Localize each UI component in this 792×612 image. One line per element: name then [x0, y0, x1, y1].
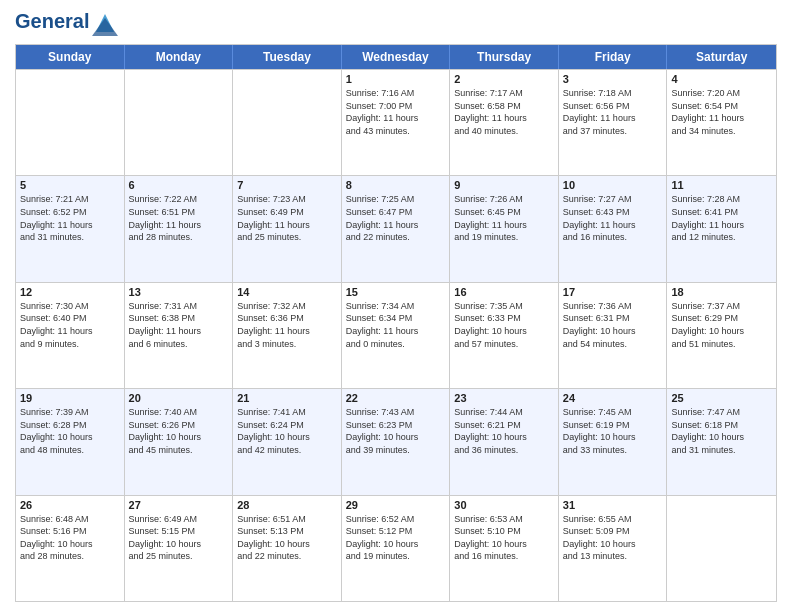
day-cell-17: 17Sunrise: 7:36 AM Sunset: 6:31 PM Dayli… — [559, 283, 668, 388]
day-cell-8: 8Sunrise: 7:25 AM Sunset: 6:47 PM Daylig… — [342, 176, 451, 281]
day-number: 14 — [237, 286, 337, 298]
day-info: Sunrise: 6:53 AM Sunset: 5:10 PM Dayligh… — [454, 513, 554, 563]
day-cell-11: 11Sunrise: 7:28 AM Sunset: 6:41 PM Dayli… — [667, 176, 776, 281]
day-cell-19: 19Sunrise: 7:39 AM Sunset: 6:28 PM Dayli… — [16, 389, 125, 494]
header: General — [15, 10, 777, 36]
header-cell-saturday: Saturday — [667, 45, 776, 69]
day-number: 13 — [129, 286, 229, 298]
day-info: Sunrise: 7:27 AM Sunset: 6:43 PM Dayligh… — [563, 193, 663, 243]
day-number: 4 — [671, 73, 772, 85]
day-number: 5 — [20, 179, 120, 191]
header-cell-wednesday: Wednesday — [342, 45, 451, 69]
day-cell-21: 21Sunrise: 7:41 AM Sunset: 6:24 PM Dayli… — [233, 389, 342, 494]
header-cell-sunday: Sunday — [16, 45, 125, 69]
day-number: 16 — [454, 286, 554, 298]
day-info: Sunrise: 6:48 AM Sunset: 5:16 PM Dayligh… — [20, 513, 120, 563]
day-number: 17 — [563, 286, 663, 298]
header-cell-monday: Monday — [125, 45, 234, 69]
day-info: Sunrise: 7:40 AM Sunset: 6:26 PM Dayligh… — [129, 406, 229, 456]
day-cell-25: 25Sunrise: 7:47 AM Sunset: 6:18 PM Dayli… — [667, 389, 776, 494]
day-info: Sunrise: 7:26 AM Sunset: 6:45 PM Dayligh… — [454, 193, 554, 243]
day-number: 26 — [20, 499, 120, 511]
svg-marker-1 — [92, 18, 118, 36]
day-cell-4: 4Sunrise: 7:20 AM Sunset: 6:54 PM Daylig… — [667, 70, 776, 175]
calendar-row: 26Sunrise: 6:48 AM Sunset: 5:16 PM Dayli… — [16, 495, 776, 601]
day-info: Sunrise: 6:55 AM Sunset: 5:09 PM Dayligh… — [563, 513, 663, 563]
day-cell-30: 30Sunrise: 6:53 AM Sunset: 5:10 PM Dayli… — [450, 496, 559, 601]
day-number: 8 — [346, 179, 446, 191]
day-number: 25 — [671, 392, 772, 404]
header-cell-thursday: Thursday — [450, 45, 559, 69]
day-info: Sunrise: 7:20 AM Sunset: 6:54 PM Dayligh… — [671, 87, 772, 137]
day-info: Sunrise: 7:37 AM Sunset: 6:29 PM Dayligh… — [671, 300, 772, 350]
day-info: Sunrise: 7:17 AM Sunset: 6:58 PM Dayligh… — [454, 87, 554, 137]
logo: General — [15, 10, 118, 36]
page: General SundayMondayTuesdayWednesdayThur… — [0, 0, 792, 612]
day-cell-13: 13Sunrise: 7:31 AM Sunset: 6:38 PM Dayli… — [125, 283, 234, 388]
day-info: Sunrise: 6:51 AM Sunset: 5:13 PM Dayligh… — [237, 513, 337, 563]
day-number: 12 — [20, 286, 120, 298]
day-info: Sunrise: 7:32 AM Sunset: 6:36 PM Dayligh… — [237, 300, 337, 350]
day-number: 31 — [563, 499, 663, 511]
day-info: Sunrise: 6:49 AM Sunset: 5:15 PM Dayligh… — [129, 513, 229, 563]
day-number: 20 — [129, 392, 229, 404]
empty-cell — [125, 70, 234, 175]
day-cell-18: 18Sunrise: 7:37 AM Sunset: 6:29 PM Dayli… — [667, 283, 776, 388]
day-info: Sunrise: 7:41 AM Sunset: 6:24 PM Dayligh… — [237, 406, 337, 456]
day-cell-15: 15Sunrise: 7:34 AM Sunset: 6:34 PM Dayli… — [342, 283, 451, 388]
day-cell-3: 3Sunrise: 7:18 AM Sunset: 6:56 PM Daylig… — [559, 70, 668, 175]
day-number: 24 — [563, 392, 663, 404]
day-cell-14: 14Sunrise: 7:32 AM Sunset: 6:36 PM Dayli… — [233, 283, 342, 388]
day-cell-2: 2Sunrise: 7:17 AM Sunset: 6:58 PM Daylig… — [450, 70, 559, 175]
day-info: Sunrise: 7:16 AM Sunset: 7:00 PM Dayligh… — [346, 87, 446, 137]
day-number: 28 — [237, 499, 337, 511]
day-number: 29 — [346, 499, 446, 511]
header-cell-tuesday: Tuesday — [233, 45, 342, 69]
day-cell-6: 6Sunrise: 7:22 AM Sunset: 6:51 PM Daylig… — [125, 176, 234, 281]
day-info: Sunrise: 7:30 AM Sunset: 6:40 PM Dayligh… — [20, 300, 120, 350]
header-cell-friday: Friday — [559, 45, 668, 69]
day-number: 27 — [129, 499, 229, 511]
day-cell-7: 7Sunrise: 7:23 AM Sunset: 6:49 PM Daylig… — [233, 176, 342, 281]
calendar-body: 1Sunrise: 7:16 AM Sunset: 7:00 PM Daylig… — [16, 69, 776, 601]
day-cell-31: 31Sunrise: 6:55 AM Sunset: 5:09 PM Dayli… — [559, 496, 668, 601]
day-cell-27: 27Sunrise: 6:49 AM Sunset: 5:15 PM Dayli… — [125, 496, 234, 601]
day-number: 15 — [346, 286, 446, 298]
day-number: 21 — [237, 392, 337, 404]
day-info: Sunrise: 7:39 AM Sunset: 6:28 PM Dayligh… — [20, 406, 120, 456]
day-info: Sunrise: 7:18 AM Sunset: 6:56 PM Dayligh… — [563, 87, 663, 137]
day-number: 2 — [454, 73, 554, 85]
day-number: 7 — [237, 179, 337, 191]
day-number: 6 — [129, 179, 229, 191]
logo-text: General — [15, 10, 118, 36]
day-cell-1: 1Sunrise: 7:16 AM Sunset: 7:00 PM Daylig… — [342, 70, 451, 175]
day-cell-20: 20Sunrise: 7:40 AM Sunset: 6:26 PM Dayli… — [125, 389, 234, 494]
day-info: Sunrise: 7:34 AM Sunset: 6:34 PM Dayligh… — [346, 300, 446, 350]
calendar: SundayMondayTuesdayWednesdayThursdayFrid… — [15, 44, 777, 602]
day-number: 18 — [671, 286, 772, 298]
calendar-row: 19Sunrise: 7:39 AM Sunset: 6:28 PM Dayli… — [16, 388, 776, 494]
day-info: Sunrise: 7:31 AM Sunset: 6:38 PM Dayligh… — [129, 300, 229, 350]
day-number: 22 — [346, 392, 446, 404]
day-info: Sunrise: 7:21 AM Sunset: 6:52 PM Dayligh… — [20, 193, 120, 243]
empty-cell — [16, 70, 125, 175]
empty-cell — [667, 496, 776, 601]
day-info: Sunrise: 7:36 AM Sunset: 6:31 PM Dayligh… — [563, 300, 663, 350]
empty-cell — [233, 70, 342, 175]
day-cell-24: 24Sunrise: 7:45 AM Sunset: 6:19 PM Dayli… — [559, 389, 668, 494]
day-cell-16: 16Sunrise: 7:35 AM Sunset: 6:33 PM Dayli… — [450, 283, 559, 388]
day-number: 10 — [563, 179, 663, 191]
day-cell-9: 9Sunrise: 7:26 AM Sunset: 6:45 PM Daylig… — [450, 176, 559, 281]
day-number: 9 — [454, 179, 554, 191]
day-info: Sunrise: 7:25 AM Sunset: 6:47 PM Dayligh… — [346, 193, 446, 243]
day-cell-28: 28Sunrise: 6:51 AM Sunset: 5:13 PM Dayli… — [233, 496, 342, 601]
day-info: Sunrise: 7:44 AM Sunset: 6:21 PM Dayligh… — [454, 406, 554, 456]
day-cell-12: 12Sunrise: 7:30 AM Sunset: 6:40 PM Dayli… — [16, 283, 125, 388]
day-cell-29: 29Sunrise: 6:52 AM Sunset: 5:12 PM Dayli… — [342, 496, 451, 601]
day-info: Sunrise: 7:28 AM Sunset: 6:41 PM Dayligh… — [671, 193, 772, 243]
day-info: Sunrise: 7:45 AM Sunset: 6:19 PM Dayligh… — [563, 406, 663, 456]
day-number: 19 — [20, 392, 120, 404]
day-info: Sunrise: 7:43 AM Sunset: 6:23 PM Dayligh… — [346, 406, 446, 456]
calendar-header: SundayMondayTuesdayWednesdayThursdayFrid… — [16, 45, 776, 69]
day-info: Sunrise: 7:23 AM Sunset: 6:49 PM Dayligh… — [237, 193, 337, 243]
